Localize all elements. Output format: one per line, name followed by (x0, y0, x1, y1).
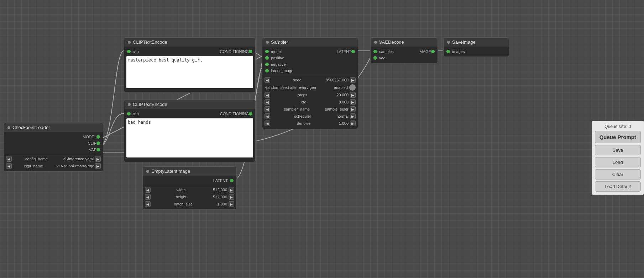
sampler-name-dec-btn[interactable]: ◀ (265, 106, 270, 112)
height-inc-btn[interactable]: ▶ (229, 194, 234, 200)
batch-size-inc-btn[interactable]: ▶ (229, 201, 234, 207)
width-row: ◀ width 512.000 ▶ (143, 186, 236, 193)
config-name-value: v1-inference.yaml (61, 157, 95, 161)
load-default-button[interactable]: Load Default (595, 181, 641, 192)
sampler-node: Sampler model LATENT positive negative l… (262, 37, 358, 129)
vae-decode-samples-connector[interactable] (373, 50, 377, 53)
ckpt-name-value: v1-5-pruned-emaonly.ckpt (55, 164, 95, 168)
clip-encode-pos-title: CLIPTextEncode (124, 38, 255, 47)
height-label: height (151, 195, 211, 199)
scheduler-dec-btn[interactable]: ◀ (265, 113, 270, 119)
vae-decode-vae-row: vae (371, 55, 438, 61)
checkpoint-loader-node: CheckpointLoader MODEL CLIP VAE ◀ config… (4, 123, 103, 172)
config-name-row: ◀ config_name v1-inference.yaml ▶ (4, 155, 103, 162)
sampler-name-label: sampler_name (270, 107, 324, 111)
clip-output-connector[interactable] (96, 141, 100, 145)
save-image-label: SaveImage (452, 39, 476, 45)
seed-inc-btn[interactable]: ▶ (350, 77, 356, 83)
clip-neg-output-connector[interactable] (249, 112, 252, 116)
model-output-label: MODEL (7, 135, 96, 139)
height-row: ◀ height 512.000 ▶ (143, 193, 236, 201)
steps-inc-btn[interactable]: ▶ (350, 92, 356, 98)
sampler-positive-connector[interactable] (265, 56, 269, 60)
save-button[interactable]: Save (595, 145, 641, 155)
steps-dec-btn[interactable]: ◀ (265, 92, 270, 98)
config-name-label: config_name (12, 157, 61, 161)
title-dot (7, 126, 10, 129)
width-inc-btn[interactable]: ▶ (229, 187, 234, 193)
denoise-dec-btn[interactable]: ◀ (265, 121, 270, 126)
vae-decode-image-connector[interactable] (431, 50, 435, 53)
vae-decode-samples-label: samples (377, 49, 405, 54)
ckpt-name-row: ◀ ckpt_name v1-5-pruned-emaonly.ckpt ▶ (4, 162, 103, 170)
sampler-latent-output-connector[interactable] (351, 50, 355, 53)
sampler-latent-input-row: latent_image (262, 68, 358, 74)
empty-latent-body: LATENT ◀ width 512.000 ▶ ◀ height 512.00… (143, 176, 236, 209)
cfg-dec-btn[interactable]: ◀ (265, 99, 270, 105)
vae-output-row: VAE (4, 146, 103, 153)
vae-decode-body: samples IMAGE vae (371, 47, 438, 63)
ckpt-name-label: ckpt_name (12, 164, 55, 168)
queue-prompt-button[interactable]: Queue Prompt (595, 131, 641, 143)
config-name-inc-btn[interactable]: ▶ (95, 156, 101, 162)
denoise-inc-btn[interactable]: ▶ (350, 121, 356, 126)
scheduler-value: normal (335, 114, 350, 118)
empty-latent-title: EmptyLatentImage (143, 167, 236, 176)
empty-latent-title-dot (146, 170, 149, 173)
sampler-name-inc-btn[interactable]: ▶ (350, 106, 356, 112)
model-output-connector[interactable] (96, 135, 100, 139)
seed-dec-btn[interactable]: ◀ (265, 77, 270, 83)
sampler-model-row: model LATENT (262, 48, 358, 55)
clip-neg-input-connector[interactable] (127, 112, 131, 116)
clip-encode-neg-body: clip CONDITIONING bad hands (124, 109, 255, 162)
empty-latent-label: EmptyLatentImage (151, 169, 190, 174)
clip-neg-textarea[interactable]: bad hands (126, 118, 253, 157)
width-label: width (151, 188, 211, 192)
clip-pos-input-connector[interactable] (127, 50, 131, 53)
clear-button[interactable]: Clear (595, 169, 641, 180)
load-button[interactable]: Load (595, 157, 641, 167)
clip-pos-output-connector[interactable] (249, 50, 252, 53)
empty-latent-output-connector[interactable] (230, 179, 234, 182)
sampler-model-connector[interactable] (265, 50, 269, 53)
sampler-negative-row: negative (262, 61, 358, 68)
ckpt-name-dec-btn[interactable]: ◀ (6, 163, 12, 169)
sampler-latent-input-connector[interactable] (265, 69, 269, 73)
batch-size-dec-btn[interactable]: ◀ (145, 201, 151, 207)
save-image-node: SaveImage images (443, 37, 509, 57)
clip-output-row: CLIP (4, 140, 103, 146)
clip-encode-neg-title: CLIPTextEncode (124, 100, 255, 109)
cfg-row: ◀ cfg 8.000 ▶ (262, 98, 358, 106)
height-value: 512.000 (211, 195, 229, 199)
clip-text-encode-positive-node: CLIPTextEncode clip CONDITIONING masterp… (124, 37, 256, 93)
vae-decode-title-dot (374, 41, 377, 44)
config-name-dec-btn[interactable]: ◀ (6, 156, 12, 162)
cfg-inc-btn[interactable]: ▶ (350, 99, 356, 105)
empty-latent-output-row: LATENT (143, 177, 236, 184)
clip-encode-neg-label: CLIPTextEncode (133, 102, 167, 107)
denoise-row: ◀ denoise 1.000 ▶ (262, 120, 358, 127)
height-dec-btn[interactable]: ◀ (145, 194, 151, 200)
ckpt-name-inc-btn[interactable]: ▶ (95, 163, 101, 169)
vae-decode-vae-connector[interactable] (373, 56, 377, 60)
model-output-row: MODEL (4, 134, 103, 140)
vae-output-connector[interactable] (96, 148, 100, 151)
scheduler-label: scheduler (270, 114, 335, 118)
scheduler-inc-btn[interactable]: ▶ (350, 113, 356, 119)
clip-pos-textarea[interactable]: masterpiece best quality girl (126, 56, 253, 88)
save-image-images-row: images (444, 48, 509, 55)
width-dec-btn[interactable]: ◀ (145, 187, 151, 193)
vae-decode-node: VAEDecode samples IMAGE vae (370, 37, 438, 63)
save-image-images-label: images (450, 49, 506, 54)
clip-pos-input-row: clip CONDITIONING (124, 48, 255, 55)
vae-output-label: VAE (7, 148, 96, 152)
sampler-title: Sampler (262, 38, 358, 47)
sampler-negative-connector[interactable] (265, 63, 269, 66)
clip-pos-title-dot (128, 41, 131, 44)
sampler-negative-label: negative (269, 62, 355, 66)
sampler-positive-label: positive (269, 56, 355, 60)
save-image-images-connector[interactable] (446, 50, 450, 53)
random-seed-toggle[interactable] (349, 84, 356, 91)
empty-latent-node: EmptyLatentImage LATENT ◀ width 512.000 … (142, 166, 237, 210)
clip-neg-input-label: clip (131, 112, 191, 116)
